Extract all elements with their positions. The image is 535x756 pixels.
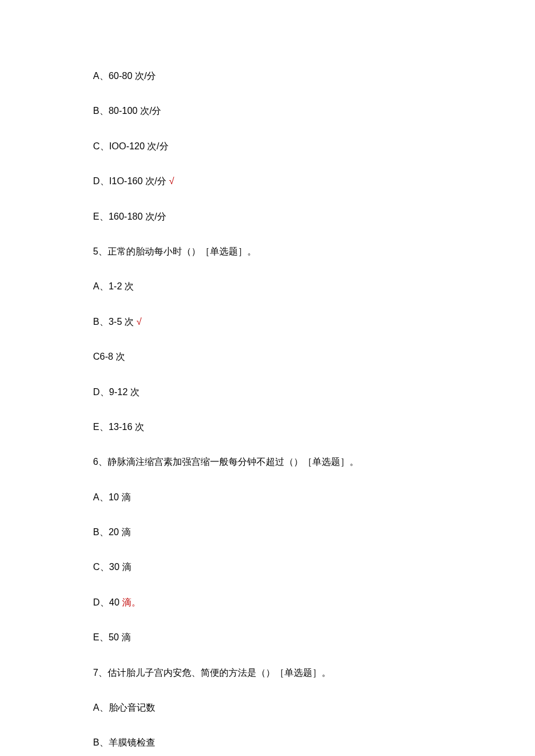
text-line: A、10 滴 [93,491,442,504]
text-line: D、9-12 次 [93,386,442,399]
line-text: 5、正常的胎动每小时（）［单选题］。 [93,246,256,256]
text-line: B、羊膜镜检查 [93,736,442,749]
line-text: B、20 滴 [93,527,131,537]
line-text: B、羊膜镜检查 [93,737,155,747]
text-line: A、胎心音记数 [93,701,442,714]
line-text: B、80-100 次/分 [93,106,161,116]
text-line: B、80-100 次/分 [93,105,442,117]
text-line: D、I1O-160 次/分 √ [93,175,442,188]
line-text: A、胎心音记数 [93,703,155,712]
text-line: 6、静脉滴注缩宫素加强宫缩一般每分钟不超过（）［单选题］。 [93,456,442,468]
text-line: 7、估计胎儿子宫内安危、简便的方法是（）［单选题］。 [93,667,442,679]
text-line: E、50 滴 [93,631,442,644]
line-text: A、60-80 次/分 [93,71,156,81]
line-text: D、I1O-160 次/分 [93,176,169,186]
text-line: B、20 滴 [93,526,442,539]
line-text: A、1-2 次 [93,281,134,291]
line-text: E、13-16 次 [93,422,144,432]
check-mark-icon: √ [137,317,142,327]
line-text: 6、静脉滴注缩宫素加强宫缩一般每分钟不超过（）［单选题］。 [93,457,359,467]
text-line: A、60-80 次/分 [93,70,442,83]
line-text: C、IOO-120 次/分 [93,141,169,151]
text-line: C、IOO-120 次/分 [93,140,442,153]
line-text: B、3-5 次 [93,317,137,327]
text-line: E、13-16 次 [93,421,442,433]
text-line: B、3-5 次 √ [93,316,442,328]
line-text: E、160-180 次/分 [93,212,166,221]
line-text: 7、估计胎儿子宫内安危、简便的方法是（）［单选题］。 [93,668,331,678]
text-line: C6-8 次 [93,350,442,363]
line-text: A、10 滴 [93,492,131,502]
text-line: 5、正常的胎动每小时（）［单选题］。 [93,245,442,258]
document-page: A、60-80 次/分B、80-100 次/分C、IOO-120 次/分D、I1… [0,0,442,756]
line-text: D、9-12 次 [93,387,140,397]
line-text: E、50 滴 [93,632,131,642]
text-line: A、1-2 次 [93,280,442,293]
line-text: C6-8 次 [93,352,125,361]
line-text: D、40 [93,597,122,607]
text-line: C、30 滴 [93,561,442,574]
line-text: C、30 滴 [93,562,131,572]
line-highlight: 滴。 [122,597,141,607]
text-line: D、40 滴。 [93,596,442,609]
check-mark-icon: √ [169,176,174,186]
text-line: E、160-180 次/分 [93,210,442,223]
